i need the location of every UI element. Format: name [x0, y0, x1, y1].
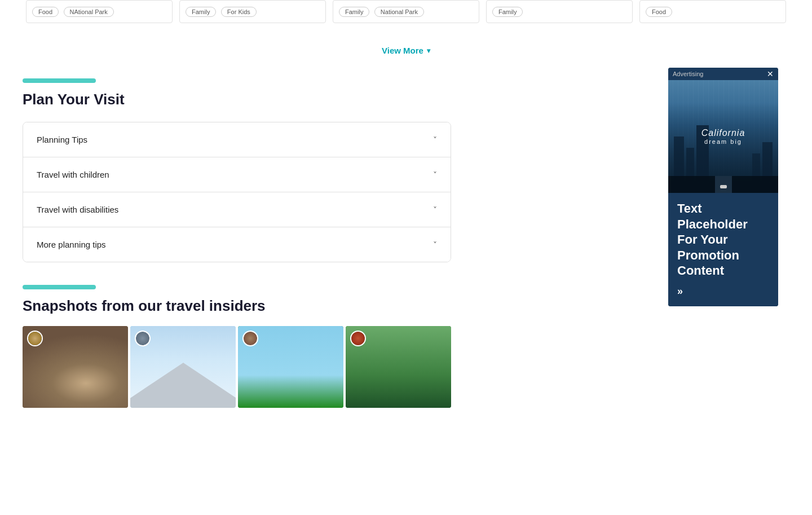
- accordion-label-more-planning: More planning tips: [37, 240, 106, 249]
- avatar-3: [242, 331, 258, 346]
- ad-body: Text Placeholder For Your Promotion Cont…: [668, 193, 778, 306]
- ad-image-area: California dream big: [668, 80, 778, 193]
- accordion-item-planning-tips: Planning Tips ˅: [23, 122, 451, 157]
- chevron-icon-more-planning: ˅: [433, 240, 437, 249]
- tag-food-2[interactable]: Food: [646, 7, 672, 17]
- snapshot-1[interactable]: [23, 326, 128, 408]
- plan-section-title: Plan Your Visit: [23, 91, 451, 108]
- snapshot-3[interactable]: [238, 326, 343, 408]
- tag-family-2[interactable]: Family: [339, 7, 369, 17]
- chevron-icon-travel-children: ˅: [433, 170, 437, 179]
- ad-arrow-icon[interactable]: »: [677, 285, 769, 297]
- snapshots-accent-bar: [23, 285, 96, 289]
- ad-panel: Advertising ✕ California dream big Text …: [668, 68, 778, 306]
- dream-text: dream big: [701, 138, 745, 145]
- view-more-label: View More: [382, 46, 423, 55]
- california-logo: California dream big: [701, 128, 745, 145]
- avatar-1: [27, 331, 43, 346]
- chevron-icon-planning-tips: ˅: [433, 135, 437, 144]
- ad-label: Advertising: [673, 71, 703, 77]
- card-3: Family National Park: [333, 0, 479, 23]
- accordion-item-more-planning: More planning tips ˅: [23, 227, 451, 262]
- tag-national-park[interactable]: NAtional Park: [64, 7, 114, 17]
- card-2: Family For Kids: [179, 0, 326, 23]
- tag-family[interactable]: Family: [186, 7, 216, 17]
- tag-food[interactable]: Food: [32, 7, 59, 17]
- snapshot-4[interactable]: [346, 326, 451, 408]
- accordion-item-travel-children: Travel with children ˅: [23, 157, 451, 192]
- ad-top-bar: Advertising ✕: [668, 68, 778, 80]
- card-1: Food NAtional Park: [26, 0, 173, 23]
- accordion-header-planning-tips[interactable]: Planning Tips ˅: [23, 122, 451, 157]
- card-5: Food: [639, 0, 786, 23]
- accordion-header-travel-children[interactable]: Travel with children ˅: [23, 157, 451, 192]
- left-section: Plan Your Visit Planning Tips ˅ Travel w…: [23, 78, 451, 408]
- plan-accent-bar: [23, 78, 96, 83]
- ad-close-button[interactable]: ✕: [767, 70, 774, 78]
- chevron-down-icon: ▾: [427, 47, 430, 55]
- chevron-icon-travel-disabilities: ˅: [433, 205, 437, 214]
- avatar-2: [135, 331, 151, 346]
- accordion-label-travel-children: Travel with children: [37, 170, 109, 179]
- ad-promo-text: Text Placeholder For Your Promotion Cont…: [677, 201, 769, 279]
- card-4: Family: [486, 0, 633, 23]
- snapshots-section: Snapshots from our travel insiders: [23, 262, 451, 408]
- accordion-item-travel-disabilities: Travel with disabilities ˅: [23, 192, 451, 227]
- tag-for-kids[interactable]: For Kids: [221, 7, 257, 17]
- california-text: California: [701, 128, 745, 138]
- accordion-header-more-planning[interactable]: More planning tips ˅: [23, 227, 451, 262]
- tag-family-3[interactable]: Family: [492, 7, 523, 17]
- top-cards-row: Food NAtional Park Family For Kids Famil…: [0, 0, 812, 23]
- accordion-header-travel-disabilities[interactable]: Travel with disabilities ˅: [23, 192, 451, 227]
- tag-national-park-2[interactable]: National Park: [374, 7, 424, 17]
- plan-accordion: Planning Tips ˅ Travel with children ˅ T…: [23, 122, 451, 262]
- snapshots-title: Snapshots from our travel insiders: [23, 297, 451, 315]
- snapshot-2[interactable]: [130, 326, 236, 408]
- avatar-4: [350, 331, 366, 346]
- view-more-button[interactable]: View More ▾: [382, 46, 430, 55]
- snapshots-grid: [23, 326, 451, 408]
- accordion-label-planning-tips: Planning Tips: [37, 135, 87, 144]
- accordion-label-travel-disabilities: Travel with disabilities: [37, 205, 118, 214]
